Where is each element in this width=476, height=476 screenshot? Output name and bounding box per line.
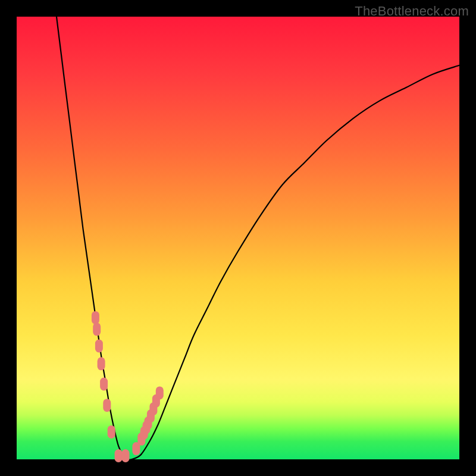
chart-frame: TheBottleneck.com — [0, 0, 476, 476]
watermark-text: TheBottleneck.com — [355, 4, 469, 19]
plot-area — [17, 17, 459, 459]
